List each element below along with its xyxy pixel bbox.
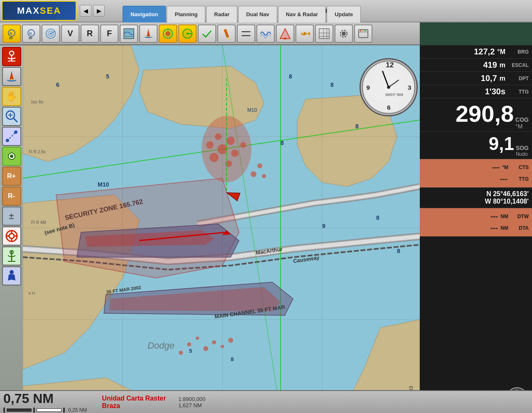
svg-point-47 bbox=[10, 155, 13, 158]
svg-point-71 bbox=[257, 163, 262, 168]
svg-text:FI R 4M: FI R 4M bbox=[31, 220, 46, 225]
svg-text:6: 6 bbox=[56, 81, 59, 88]
svg-text:M10: M10 bbox=[98, 181, 109, 188]
right-panel: 127,2 °M BRG 419 m ESCAL 10,7 m DPT 1'30… bbox=[420, 45, 532, 413]
sidebar-r-minus-btn[interactable]: R- bbox=[2, 187, 21, 206]
toolbar-fish-btn[interactable] bbox=[296, 25, 314, 43]
toolbar-cone-btn[interactable] bbox=[276, 25, 294, 43]
cog-label: COG bbox=[515, 116, 529, 123]
sidebar-waypoint-btn[interactable] bbox=[2, 147, 21, 166]
svg-text:6 Ft: 6 Ft bbox=[29, 291, 35, 295]
svg-point-35 bbox=[365, 30, 366, 31]
scale-bar-section: 0,75 NM 0,25 NM bbox=[3, 391, 87, 413]
toolbar-chart-btn[interactable] bbox=[120, 25, 138, 43]
svg-point-70 bbox=[206, 141, 214, 149]
toolbar-f-btn[interactable]: F bbox=[100, 25, 118, 43]
toolbar-radar-overlay-btn[interactable] bbox=[42, 25, 60, 43]
sidebar-pm-btn[interactable]: ± bbox=[2, 206, 21, 226]
dpt-value: 10,7 bbox=[481, 74, 497, 83]
sog-value: 9,1 bbox=[489, 133, 514, 154]
chart-scale-section: 1:8900,000 1,627 NM bbox=[178, 396, 214, 408]
cts-label: CTS bbox=[510, 165, 529, 170]
svg-point-109 bbox=[187, 342, 191, 347]
svg-point-33 bbox=[360, 30, 361, 31]
escal-unit: m bbox=[500, 61, 505, 69]
sidebar-person-btn[interactable] bbox=[2, 266, 21, 285]
dta-row: --- NM DTA bbox=[423, 222, 529, 234]
coordinates-section: N 25°46,6163' W 80°10,1408' bbox=[420, 188, 532, 208]
ttg-row: 1'30s TTG bbox=[420, 85, 532, 98]
sidebar-lifebelt-btn[interactable] bbox=[2, 226, 21, 246]
tab-navigation[interactable]: Navigation bbox=[123, 6, 166, 22]
escal-label: ESCAL bbox=[508, 62, 529, 68]
chart-type-section: Unidad Carta Raster Braza bbox=[102, 395, 166, 410]
toolbar-r-btn[interactable]: R bbox=[81, 25, 99, 43]
sidebar-zoom-btn[interactable] bbox=[2, 107, 21, 126]
toolbar-v-btn[interactable]: V bbox=[61, 25, 79, 43]
svg-point-13 bbox=[166, 32, 170, 36]
brg-label: BRG bbox=[508, 49, 529, 55]
toolbar-2d-btn[interactable]: N 2D bbox=[2, 25, 21, 43]
dtw-label: DTW bbox=[510, 214, 529, 219]
svg-point-115 bbox=[179, 351, 183, 355]
svg-text:M10: M10 bbox=[247, 107, 257, 113]
svg-text:Iso 6s: Iso 6s bbox=[31, 99, 44, 104]
dpt-row: 10,7 m DPT bbox=[420, 72, 532, 85]
bottom-bar: 0,75 NM 0,25 NM Unidad Carta Raster Braz… bbox=[0, 390, 532, 413]
toolbar-wave-btn[interactable] bbox=[256, 25, 275, 43]
svg-point-22 bbox=[284, 37, 286, 39]
svg-text:9: 9 bbox=[366, 84, 370, 91]
sidebar-anchor2-btn[interactable] bbox=[2, 246, 21, 266]
toolbar-radar2-btn[interactable] bbox=[178, 25, 197, 43]
svg-text:8: 8 bbox=[281, 140, 284, 146]
ttg2-row: --- TTG bbox=[423, 173, 529, 185]
svg-text:8: 8 bbox=[231, 356, 234, 362]
sidebar-boat-btn[interactable] bbox=[2, 67, 21, 86]
svg-line-9 bbox=[51, 31, 55, 33]
svg-point-57 bbox=[10, 270, 14, 274]
toolbar-3d-btn[interactable]: N 3D bbox=[22, 25, 40, 43]
tab-planning[interactable]: Planning bbox=[167, 6, 205, 22]
toolbar-config-btn[interactable] bbox=[354, 25, 372, 43]
sidebar-route-btn[interactable] bbox=[2, 127, 21, 146]
toolbar-ais-btn[interactable] bbox=[159, 25, 177, 43]
svg-text:09/07/ '009: 09/07/ '009 bbox=[385, 93, 403, 97]
toolbar: N 2D N 3D V R F bbox=[0, 22, 420, 45]
svg-point-112 bbox=[212, 340, 216, 344]
svg-marker-21 bbox=[280, 29, 290, 39]
svg-text:N: N bbox=[10, 31, 12, 35]
toolbar-grid-btn[interactable] bbox=[315, 25, 333, 43]
tab-radar[interactable]: Radar bbox=[206, 6, 237, 22]
nav-forward-button[interactable]: ▶ bbox=[93, 5, 105, 17]
tab-update[interactable]: Update bbox=[327, 6, 361, 22]
svg-text:3: 3 bbox=[408, 84, 411, 91]
tab-nav-radar[interactable]: Nav & Radar bbox=[278, 6, 326, 22]
sidebar-anchor-btn[interactable] bbox=[2, 47, 21, 66]
toolbar-settings-btn[interactable] bbox=[335, 25, 353, 43]
unit-label: Braza bbox=[102, 402, 166, 410]
tab-dual-nav[interactable]: Dual Nav bbox=[238, 6, 277, 22]
svg-point-16 bbox=[187, 32, 189, 34]
left-sidebar: ✋ R+ R- ± bbox=[0, 45, 23, 413]
toolbar-boat-btn[interactable] bbox=[139, 25, 158, 43]
sidebar-hand-btn[interactable]: ✋ bbox=[2, 87, 21, 106]
nav-back-button[interactable]: ◀ bbox=[80, 5, 91, 17]
sidebar-r-plus-btn[interactable]: R+ bbox=[2, 167, 21, 186]
dpt-label: DPT bbox=[508, 76, 529, 81]
dta-dashes: --- bbox=[490, 224, 498, 233]
toolbar-parallel-btn[interactable] bbox=[237, 25, 255, 43]
toolbar-pencil-btn[interactable] bbox=[217, 25, 236, 43]
cts-section: --- °M CTS --- TTG bbox=[420, 159, 532, 188]
svg-rect-17 bbox=[224, 29, 229, 38]
svg-text:3D: 3D bbox=[29, 36, 32, 39]
ttg-value: 1'30s bbox=[485, 87, 505, 96]
toolbar-check-btn[interactable] bbox=[198, 25, 216, 43]
svg-marker-18 bbox=[227, 37, 230, 39]
svg-point-29 bbox=[342, 32, 346, 36]
svg-text:12: 12 bbox=[386, 61, 394, 69]
ttg2-label: TTG bbox=[510, 176, 529, 182]
brg-unit: °M bbox=[497, 48, 505, 56]
svg-point-23 bbox=[302, 32, 303, 33]
logo: MAXSEA bbox=[2, 1, 76, 21]
distance-label: 1,627 NM bbox=[178, 402, 205, 408]
